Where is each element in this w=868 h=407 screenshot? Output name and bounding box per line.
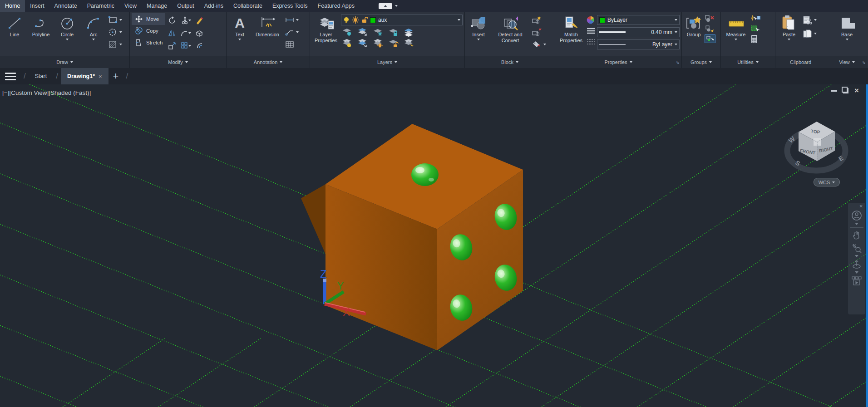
menu-hamburger-icon[interactable]	[0, 68, 21, 84]
new-drawing-tab-button[interactable]: +	[108, 68, 123, 84]
donut-button[interactable]	[107, 27, 123, 38]
array-dropdown-icon[interactable]	[188, 45, 191, 47]
orbit-icon[interactable]	[851, 258, 863, 271]
panel-label-groups[interactable]: Groups	[682, 56, 720, 68]
circle-button[interactable]: Circle	[54, 14, 80, 56]
base-dropdown-icon[interactable]	[846, 39, 848, 40]
text-button[interactable]: A Text	[228, 14, 251, 56]
hatch-button[interactable]	[107, 39, 123, 50]
erase-icon[interactable]	[195, 16, 204, 25]
measure-button[interactable]: Measure	[723, 14, 749, 56]
panel-label-utilities[interactable]: Utilities	[721, 56, 775, 68]
layer-dropdown[interactable]: aux	[341, 15, 463, 25]
ungroup-icon[interactable]	[705, 15, 715, 23]
panel-label-view[interactable]: View ⇘	[826, 56, 868, 68]
leader-dropdown-icon[interactable]	[296, 31, 299, 33]
viewport-controls-label[interactable]: [−][Custom View][Shaded (Fast)]	[2, 89, 91, 96]
rotate-icon[interactable]	[168, 16, 177, 25]
quick-select-icon[interactable]	[750, 15, 761, 23]
tab-output[interactable]: Output	[172, 0, 199, 12]
close-drawing-tab-icon[interactable]: ×	[99, 73, 102, 80]
cut-button[interactable]	[802, 15, 818, 25]
tab-featured-apps[interactable]: Featured Apps	[313, 0, 360, 12]
dimension-button[interactable]: Dimension	[252, 14, 283, 56]
layer-unlock-all-icon[interactable]	[388, 38, 399, 48]
match-properties-button[interactable]: MatchProperties	[557, 14, 585, 56]
fillet-dropdown-icon[interactable]	[188, 32, 191, 34]
layer-previous-icon[interactable]	[357, 38, 368, 48]
color-wheel-icon[interactable]	[586, 15, 595, 25]
layer-thaw-all-icon[interactable]	[373, 38, 384, 48]
edit-block-button[interactable]	[530, 27, 547, 38]
view-launcher-icon[interactable]: ⇘	[862, 60, 866, 65]
tab-insert[interactable]: Insert	[25, 0, 49, 12]
paste-button[interactable]: Paste	[777, 14, 801, 56]
dice-solid[interactable]	[301, 124, 523, 350]
base-button[interactable]: Base	[835, 14, 859, 56]
lineweight-dropdown[interactable]: 0.40 mm	[597, 27, 680, 37]
group-button[interactable]: Group	[684, 14, 704, 56]
minimize-icon[interactable]	[831, 90, 837, 92]
detect-convert-button[interactable]: Detect andConvert	[491, 14, 529, 56]
color-dropdown-caret-icon[interactable]	[675, 19, 677, 21]
donut-dropdown-icon[interactable]	[119, 31, 122, 33]
navigation-bar[interactable]: ✕	[848, 203, 865, 314]
linetype-dropdown-caret-icon[interactable]	[675, 44, 677, 45]
panel-label-annotation[interactable]: Annotation	[227, 56, 310, 68]
copy-clip-dropdown-icon[interactable]	[814, 33, 817, 34]
layer-freeze-icon[interactable]	[373, 27, 384, 37]
polyline-button[interactable]: Polyline	[28, 14, 54, 56]
orbit-dropdown-icon[interactable]	[855, 271, 858, 274]
group-edit-icon[interactable]	[705, 25, 715, 33]
table-button[interactable]	[284, 39, 300, 50]
rectangle-button[interactable]	[107, 15, 123, 25]
offset-icon[interactable]	[195, 41, 204, 50]
layer-dropdown-caret-icon[interactable]	[458, 19, 460, 21]
panel-label-properties[interactable]: Properties ⇘	[555, 56, 681, 68]
circle-dropdown-icon[interactable]	[66, 39, 69, 40]
linetype-dropdown[interactable]: ByLayer	[597, 39, 680, 49]
create-block-button[interactable]	[530, 15, 547, 25]
trim-dropdown-icon[interactable]	[188, 20, 191, 21]
select-similar-icon[interactable]	[750, 25, 761, 33]
layer-walk-icon[interactable]	[404, 38, 414, 48]
tab-collaborate[interactable]: Collaborate	[228, 0, 267, 12]
dim-dropdown-icon[interactable]	[296, 19, 299, 21]
quick-calc-icon[interactable]	[750, 34, 759, 44]
measure-dropdown-icon[interactable]	[735, 39, 737, 40]
move-button[interactable]: Move	[132, 13, 165, 25]
trim-button[interactable]	[180, 16, 191, 25]
tab-start[interactable]: Start	[29, 68, 53, 84]
array-button[interactable]	[180, 41, 191, 50]
arc-button[interactable]: Arc	[81, 14, 106, 56]
lineweight-icon[interactable]	[586, 27, 596, 35]
arc-dropdown-icon[interactable]	[92, 39, 95, 40]
panel-label-modify[interactable]: Modify	[130, 56, 226, 68]
stretch-button[interactable]: Stretch	[132, 37, 165, 49]
object-color-dropdown[interactable]: ByLayer	[597, 15, 680, 25]
copy-button[interactable]: O Copy	[132, 25, 165, 37]
hatch-dropdown-icon[interactable]	[119, 44, 122, 45]
lineweight-dropdown-caret-icon[interactable]	[675, 31, 677, 33]
properties-launcher-icon[interactable]: ⇘	[676, 60, 680, 65]
leader-button[interactable]	[284, 27, 300, 38]
tab-home[interactable]: Home	[0, 0, 25, 12]
attributes-dropdown-icon[interactable]	[543, 44, 546, 45]
scale-icon[interactable]	[168, 41, 177, 50]
rectangle-dropdown-icon[interactable]	[119, 19, 122, 21]
fillet-button[interactable]	[180, 29, 191, 38]
ribbon-minimize-caret-icon[interactable]	[395, 5, 398, 7]
tab-parametric[interactable]: Parametric	[82, 0, 119, 12]
insert-dropdown-icon[interactable]	[477, 39, 480, 40]
navigation-wheel-icon[interactable]	[851, 209, 863, 222]
explode-icon[interactable]	[195, 29, 204, 38]
restore-icon[interactable]	[843, 88, 848, 93]
line-button[interactable]: Line	[2, 14, 27, 56]
insert-button[interactable]: Insert	[467, 14, 490, 56]
zoom-icon[interactable]	[851, 242, 863, 255]
tab-view[interactable]: View	[119, 0, 142, 12]
tab-annotate[interactable]: Annotate	[49, 0, 82, 12]
ribbon-minimize-button[interactable]	[379, 3, 392, 9]
tab-add-ins[interactable]: Add-ins	[199, 0, 228, 12]
layer-lock-icon[interactable]	[388, 27, 399, 37]
